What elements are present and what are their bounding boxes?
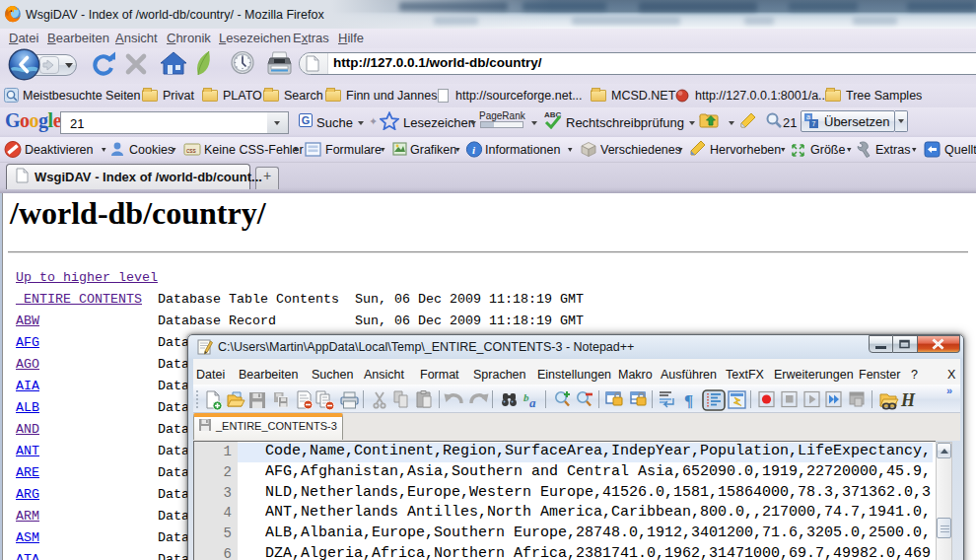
svg-text:a: a [529, 395, 536, 410]
svg-text:»: » [946, 385, 952, 396]
svg-text:¶: ¶ [684, 391, 693, 410]
svg-text:css: css [186, 147, 197, 154]
svg-text:H: H [900, 390, 916, 410]
